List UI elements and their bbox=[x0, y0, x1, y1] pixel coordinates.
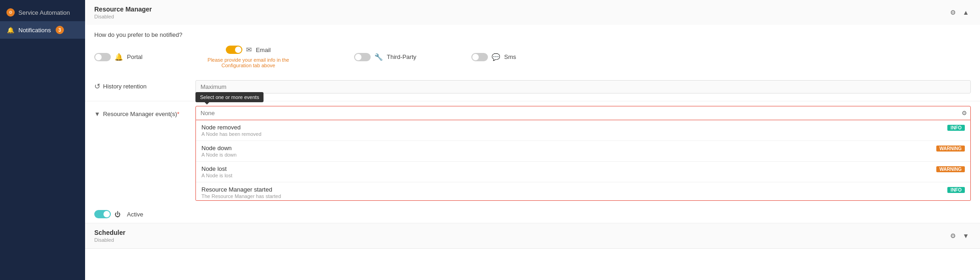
history-retention-input-area bbox=[195, 80, 971, 93]
active-toggle[interactable] bbox=[94, 210, 111, 218]
notif-portal: 🔔 Portal bbox=[94, 53, 143, 61]
badge-info-node-removed: INFO bbox=[947, 125, 965, 131]
sidebar-item-service-label: Service Automation bbox=[18, 9, 70, 16]
email-toggle[interactable] bbox=[226, 46, 242, 54]
dropdown-item-node-removed[interactable]: Node removed A Node has been removed INF… bbox=[196, 120, 970, 141]
dropdown-item-rm-started-title: Resource Manager started bbox=[201, 186, 944, 193]
scheduler-settings-btn[interactable]: ⚙ bbox=[948, 231, 958, 240]
notif-question: How do you prefer to be notified? bbox=[94, 25, 971, 41]
dropdown-item-node-down[interactable]: Node down A Node is down WARNING bbox=[196, 141, 970, 162]
dropdown-item-node-down-title: Node down bbox=[201, 145, 933, 152]
wrench-icon: 🔧 bbox=[374, 53, 383, 61]
resource-manager-status: Disabled bbox=[94, 14, 152, 19]
badge-info-rm-started: INFO bbox=[947, 187, 965, 193]
dropdown-item-node-down-content: Node down A Node is down bbox=[201, 145, 933, 158]
email-label: Email bbox=[256, 47, 271, 53]
required-marker: * bbox=[177, 111, 179, 117]
scheduler-header: Scheduler Disabled ⚙ ▼ bbox=[85, 223, 980, 248]
history-retention-label: ↺ History retention bbox=[94, 80, 186, 91]
events-tooltip: Select one or more events bbox=[195, 92, 264, 102]
events-input-area: Select one or more events ⚙ Node removed… bbox=[195, 106, 971, 201]
scheduler-collapse-btn[interactable]: ▼ bbox=[961, 231, 971, 240]
portal-toggle[interactable] bbox=[94, 53, 111, 61]
dropdown-item-node-lost-title: Node lost bbox=[201, 165, 933, 172]
notif-sms: 💬 Sms bbox=[471, 53, 516, 61]
sidebar-item-notifications-label: Notifications bbox=[18, 27, 51, 34]
dropdown-item-node-removed-desc: A Node has been removed bbox=[201, 131, 944, 137]
email-icon: ✉ bbox=[246, 46, 252, 54]
portal-label: Portal bbox=[127, 53, 143, 60]
scheduler-title: Scheduler bbox=[94, 229, 126, 236]
dropdown-item-node-removed-content: Node removed A Node has been removed bbox=[201, 124, 944, 137]
scheduler-section: Scheduler Disabled ⚙ ▼ bbox=[85, 223, 980, 249]
portal-icon: 🔔 bbox=[115, 53, 123, 61]
events-dropdown-list: Node removed A Node has been removed INF… bbox=[195, 120, 971, 201]
events-label-text: Resource Manager event(s)* bbox=[103, 111, 179, 117]
history-retention-input[interactable] bbox=[195, 80, 971, 93]
notif-email: ✉ Email Please provide your email info i… bbox=[198, 46, 299, 68]
resource-manager-controls: ⚙ ▲ bbox=[948, 8, 971, 17]
dropdown-item-node-lost-content: Node lost A Node is lost bbox=[201, 165, 933, 178]
service-automation-icon: ⚙ bbox=[6, 8, 15, 17]
power-icon: ⏻ bbox=[115, 211, 120, 218]
active-row: ⏻ Active bbox=[85, 205, 980, 223]
dropdown-item-node-removed-title: Node removed bbox=[201, 124, 944, 131]
scheduler-controls: ⚙ ▼ bbox=[948, 231, 971, 240]
third-party-label: Third-Party bbox=[387, 53, 416, 60]
sidebar-item-notifications[interactable]: 🔔 Notifications 3 bbox=[0, 21, 85, 39]
events-dropdown-container: ⚙ bbox=[195, 106, 971, 120]
active-label: Active bbox=[127, 211, 143, 218]
resource-manager-header: Resource Manager Disabled ⚙ ▲ bbox=[85, 0, 980, 25]
history-icon: ↺ bbox=[94, 82, 100, 91]
events-settings-btn[interactable]: ⚙ bbox=[958, 106, 971, 120]
resource-manager-title: Resource Manager bbox=[94, 6, 152, 13]
resource-manager-collapse-btn[interactable]: ▲ bbox=[961, 8, 971, 17]
bell-icon: 🔔 bbox=[6, 26, 15, 34]
events-label: ▼ Resource Manager event(s)* bbox=[94, 106, 186, 117]
filter-icon: ▼ bbox=[94, 111, 100, 117]
sidebar-item-service-automation[interactable]: ⚙ Service Automation bbox=[0, 4, 85, 21]
dropdown-item-node-down-desc: A Node is down bbox=[201, 152, 933, 158]
dropdown-item-node-lost[interactable]: Node lost A Node is lost WARNING bbox=[196, 162, 970, 182]
badge-warning-node-lost: WARNING bbox=[936, 166, 965, 172]
sidebar: ⚙ Service Automation 🔔 Notifications 3 bbox=[0, 0, 85, 280]
dropdown-item-rm-started-desc: The Resource Manager has started bbox=[201, 193, 944, 199]
events-search-input[interactable] bbox=[195, 106, 971, 120]
email-warning: Please provide your email info in the Co… bbox=[198, 57, 299, 68]
third-party-toggle[interactable] bbox=[354, 53, 371, 61]
badge-warning-node-down: WARNING bbox=[936, 146, 965, 152]
notifications-badge: 3 bbox=[56, 26, 64, 34]
sms-toggle[interactable] bbox=[471, 53, 488, 61]
dropdown-item-rm-started-content: Resource Manager started The Resource Ma… bbox=[201, 186, 944, 199]
dropdown-item-rm-started[interactable]: Resource Manager started The Resource Ma… bbox=[196, 182, 970, 201]
events-section: ▼ Resource Manager event(s)* Select one … bbox=[85, 101, 980, 205]
history-retention-text: History retention bbox=[103, 83, 147, 90]
chat-icon: 💬 bbox=[492, 53, 500, 61]
sms-label: Sms bbox=[504, 53, 516, 60]
notif-pref-row: 🔔 Portal ✉ Email Please provide your ema… bbox=[94, 41, 971, 73]
dropdown-item-node-lost-desc: A Node is lost bbox=[201, 173, 933, 178]
scheduler-status: Disabled bbox=[94, 237, 126, 243]
resource-manager-settings-btn[interactable]: ⚙ bbox=[948, 8, 958, 17]
notif-third-party: 🔧 Third-Party bbox=[354, 53, 416, 61]
main-content: Resource Manager Disabled ⚙ ▲ How do you… bbox=[85, 0, 980, 280]
